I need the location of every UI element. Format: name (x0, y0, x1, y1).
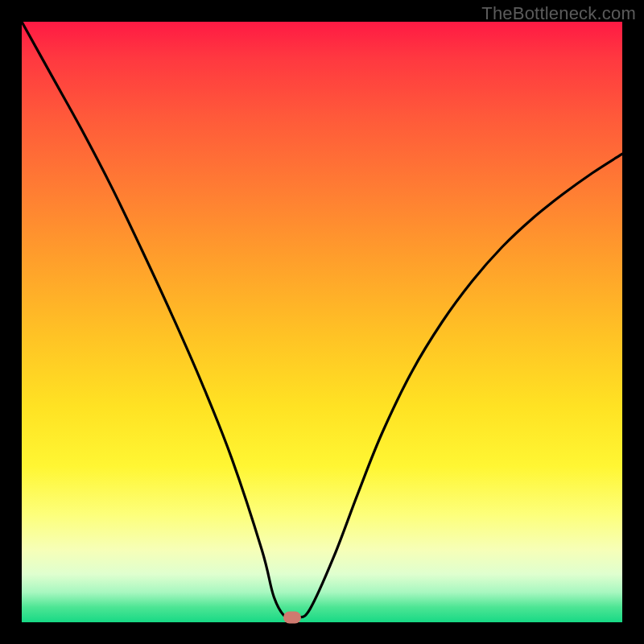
watermark-text: TheBottleneck.com (481, 3, 636, 24)
plot-area (22, 22, 622, 622)
bottleneck-curve (22, 22, 622, 622)
optimal-point-marker (283, 612, 301, 624)
chart-frame: TheBottleneck.com (0, 0, 644, 644)
